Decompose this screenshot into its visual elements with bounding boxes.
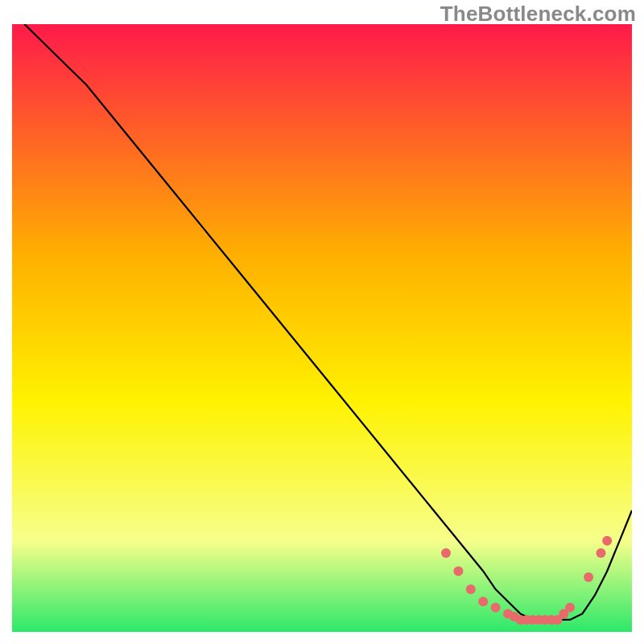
- plot-svg: [12, 24, 632, 632]
- valley-marker: [602, 536, 612, 546]
- valley-marker: [478, 597, 488, 606]
- chart-container: TheBottleneck.com: [0, 0, 644, 644]
- valley-marker: [565, 603, 575, 613]
- watermark-text: TheBottleneck.com: [440, 2, 636, 27]
- valley-marker: [491, 603, 501, 613]
- valley-marker: [453, 567, 463, 576]
- valley-marker: [441, 548, 451, 558]
- gradient-background: [12, 24, 632, 632]
- valley-marker: [597, 548, 606, 558]
- valley-marker: [466, 584, 476, 594]
- plot-area: [12, 24, 632, 632]
- valley-marker: [584, 572, 593, 582]
